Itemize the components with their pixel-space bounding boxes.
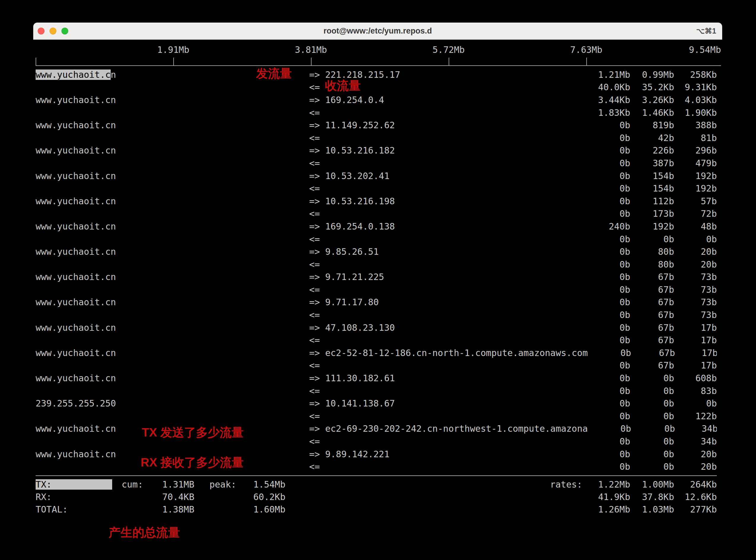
tx-rate-10s: 226b <box>630 145 674 156</box>
rx-rate-2s: 0b <box>587 386 630 396</box>
remote-host: 9.85.26.51 <box>325 246 379 257</box>
tx-arrow-icon: => <box>309 348 325 358</box>
tx-arrow-icon: => <box>309 449 325 459</box>
remote-host: 10.53.202.41 <box>325 171 390 181</box>
titlebar: root@www:/etc/yum.repos.d ⌥⌘1 <box>33 23 722 40</box>
connection-tx-line: www.yuchaoit.cn => 10.53.216.198 0b 112b… <box>36 195 717 207</box>
local-host: www.yuchaoit.cn <box>36 196 309 206</box>
tx-arrow-icon: => <box>309 120 325 131</box>
scale-tick <box>586 58 587 65</box>
tx-rate-10s: 0b <box>630 449 674 459</box>
tx-rate-40s: 20b <box>674 449 717 459</box>
rx-rate-10s: 387b <box>630 158 674 168</box>
local-host: www.yuchaoit.cn <box>36 171 309 181</box>
rate-40s: 12.6Kb <box>674 492 717 502</box>
remote-host: 169.254.0.138 <box>325 221 395 232</box>
scale-label: 5.72Mb <box>416 44 481 55</box>
tx-rate-2s: 0b <box>587 171 630 181</box>
rx-rate-40s: 1.90Kb <box>674 107 717 118</box>
cum-value: 1.31MB <box>143 479 194 489</box>
tx-rate-10s: 819b <box>630 120 674 131</box>
connection-rx-line: <= 0b 67b 73b <box>36 283 717 296</box>
tx-arrow-icon: => <box>309 398 325 408</box>
scale-tick <box>448 58 449 65</box>
rx-rate-40s: 9.31Kb <box>674 82 717 92</box>
rx-rate-40s: 17b <box>674 360 717 371</box>
rx-arrow-icon: <= <box>309 411 325 421</box>
cum-label: cum: <box>122 479 143 489</box>
connection-tx-line: www.yuchaoit.cn => 9.71.17.80 0b 67b 73b <box>36 296 717 309</box>
tx-rate-10s: 67b <box>630 272 674 282</box>
rx-rate-10s: 42b <box>630 133 674 143</box>
rx-rate-40s: 83b <box>674 386 717 396</box>
rx-rate-2s: 0b <box>587 158 630 168</box>
tx-rate-40s: 192b <box>674 171 717 181</box>
tx-rate-40s: 20b <box>674 246 717 257</box>
remote-host: ec2-69-230-202-242.cn-northwest-1.comput… <box>325 423 588 434</box>
tx-rate-2s: 0b <box>587 322 630 333</box>
close-button-icon[interactable] <box>38 27 44 35</box>
local-host: www.yuchaoit.cn <box>36 423 309 434</box>
rx-rate-40s: 17b <box>674 335 717 345</box>
rx-rate-2s: 0b <box>587 208 630 219</box>
rx-rate-10s: 0b <box>630 386 674 396</box>
rx-arrow-icon: <= <box>309 436 325 446</box>
local-host: www.yuchaoit.cn <box>36 297 309 307</box>
tx-rate-2s: 0b <box>587 398 630 408</box>
connection-tx-line: www.yuchaoit.cn => 9.89.142.221 0b 0b 20… <box>36 448 717 461</box>
tx-rate-10s: 80b <box>630 246 674 257</box>
tx-rate-40s: 0b <box>674 398 717 408</box>
rx-rate-10s: 154b <box>630 183 674 194</box>
tx-rate-40s: 48b <box>674 221 717 232</box>
tx-rate-10s: 67b <box>631 348 675 358</box>
tx-arrow-icon: => <box>309 272 325 282</box>
rx-rate-2s: 0b <box>587 411 630 421</box>
remote-host: 11.149.252.62 <box>325 120 395 131</box>
connection-rx-line: <= 0b 0b 20b <box>36 460 717 473</box>
rx-arrow-icon: <= <box>309 335 325 345</box>
rx-rate-2s: 1.83Kb <box>587 107 630 118</box>
minimize-button-icon[interactable] <box>49 27 56 35</box>
rate-10s: 1.03Mb <box>630 504 674 515</box>
remote-host: 111.30.182.61 <box>325 373 395 383</box>
peak-value: 60.2Kb <box>236 492 286 502</box>
peak-value: 1.54Mb <box>236 479 286 489</box>
tx-rate-40s: 73b <box>674 297 717 307</box>
local-host: www.yuchaoit.cn <box>36 322 309 333</box>
remote-host: 10.53.216.182 <box>325 145 395 156</box>
tx-rate-2s: 1.21Mb <box>587 69 630 80</box>
tx-rate-10s: 112b <box>630 196 674 206</box>
local-host: www.yuchaoit.cn <box>36 221 309 232</box>
rx-rate-10s: 1.46Kb <box>630 107 674 118</box>
tx-rate-10s: 0b <box>630 373 674 383</box>
tx-rate-40s: 57b <box>674 196 717 206</box>
rx-rate-10s: 0b <box>630 234 674 244</box>
remote-host: 10.53.216.198 <box>325 196 395 206</box>
rx-rate-2s: 0b <box>587 335 630 345</box>
local-host: 239.255.255.250 <box>36 398 309 408</box>
connection-rx-line: <= 0b 0b 122b <box>36 410 717 422</box>
tx-arrow-icon: => <box>309 196 325 206</box>
rx-arrow-icon: <= <box>309 386 325 396</box>
rx-rate-40s: 0b <box>674 234 717 244</box>
tx-rate-10s: 192b <box>630 221 674 232</box>
rate-2s: 1.26Mb <box>582 504 630 515</box>
connection-rx-line: <= 0b 67b 73b <box>36 308 717 321</box>
tx-rate-40s: 17b <box>674 322 717 333</box>
terminal-screen[interactable]: 1.91Mb 3.81Mb 5.72Mb 7.63Mb 9.54Mb www.y… <box>33 40 722 516</box>
tx-rate-2s: 0b <box>587 297 630 307</box>
screen: root@www:/etc/yum.repos.d ⌥⌘1 1.91Mb 3.8… <box>0 0 756 560</box>
terminal-window: root@www:/etc/yum.repos.d ⌥⌘1 1.91Mb 3.8… <box>33 23 722 516</box>
selection-highlight: www.yuchaoit.c <box>36 69 111 80</box>
connection-rx-line: <= 0b 80b 20b <box>36 258 717 271</box>
connection-rx-line: <= 0b 387b 479b <box>36 157 717 169</box>
rate-2s: 41.9Kb <box>582 492 630 502</box>
zoom-button-icon[interactable] <box>61 27 68 35</box>
scale-tick <box>36 58 36 65</box>
summary-row: TX: cum: 1.31MB peak: 1.54Mb rates: 1.22… <box>36 478 717 491</box>
tx-rate-40s: 4.03Kb <box>674 95 717 105</box>
remote-host: 9.71.17.80 <box>325 297 379 307</box>
tx-arrow-icon: => <box>309 423 325 434</box>
rx-rate-10s: 0b <box>630 411 674 421</box>
local-host: www.yuchaoit.cn <box>36 145 309 156</box>
